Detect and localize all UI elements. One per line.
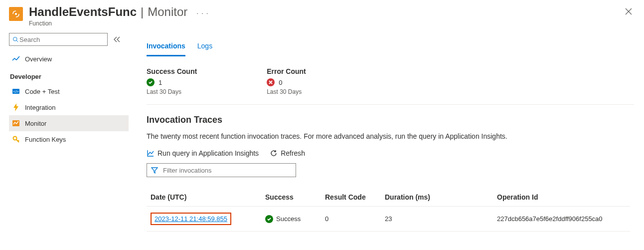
- success-check-icon: [265, 215, 273, 223]
- tab-bar: Invocations Logs: [147, 42, 634, 56]
- invocation-traces-table: Date (UTC) Success Result Code Duration …: [147, 188, 630, 232]
- table-row[interactable]: 2023-12-11 21:48:59.855 Success 0 23: [147, 207, 630, 232]
- refresh-label: Refresh: [281, 149, 305, 157]
- filter-input[interactable]: [162, 166, 292, 175]
- blade-title: Monitor: [148, 5, 187, 19]
- metric-error: Error Count 0 Last 30 Days: [267, 67, 306, 95]
- col-success[interactable]: Success: [261, 188, 321, 207]
- sidebar-search-input[interactable]: [18, 35, 104, 44]
- refresh-icon: [270, 149, 278, 157]
- success-check-icon: [147, 78, 155, 86]
- sidebar-item-function-keys[interactable]: Function Keys: [9, 131, 129, 147]
- function-app-icon: [9, 7, 23, 21]
- invocation-traces-heading: Invocation Traces: [147, 115, 634, 125]
- tab-invocations[interactable]: Invocations: [147, 42, 185, 56]
- sidebar-item-label: Code + Test: [25, 88, 60, 95]
- col-date[interactable]: Date (UTC): [147, 188, 261, 207]
- tab-logs[interactable]: Logs: [197, 42, 212, 56]
- metric-subtext: Last 30 Days: [267, 88, 306, 95]
- filter-invocations[interactable]: [147, 163, 296, 177]
- metric-success: Success Count 1 Last 30 Days: [147, 67, 197, 95]
- code-icon: </>: [12, 87, 20, 95]
- sidebar-item-monitor[interactable]: Monitor: [9, 115, 129, 131]
- chart-icon: [147, 149, 155, 157]
- svg-text:</>: </>: [13, 89, 19, 94]
- sidebar-item-integration[interactable]: Integration: [9, 99, 129, 115]
- svg-point-0: [15, 13, 17, 15]
- sidebar-item-code-test[interactable]: </> Code + Test: [9, 83, 129, 99]
- more-actions-button[interactable]: · · ·: [196, 5, 208, 17]
- key-icon: [12, 135, 20, 143]
- refresh-button[interactable]: Refresh: [270, 149, 305, 157]
- lightning-icon: [12, 103, 20, 111]
- duration: 23: [381, 207, 493, 232]
- traces-toolbar: Run query in Application Insights Refres…: [147, 149, 634, 157]
- metrics-row: Success Count 1 Last 30 Days Error Count…: [147, 56, 634, 105]
- svg-point-1: [13, 37, 17, 41]
- title-separator: |: [141, 5, 144, 19]
- svg-line-2: [16, 40, 18, 42]
- invocation-date-link[interactable]: 2023-12-11 21:48:59.855: [155, 215, 227, 223]
- error-x-icon: [267, 78, 275, 86]
- resource-name: HandleEventsFunc: [29, 5, 137, 19]
- metric-title: Error Count: [267, 67, 306, 75]
- sidebar-item-label: Overview: [25, 55, 52, 63]
- metric-title: Success Count: [147, 67, 197, 75]
- svg-marker-5: [13, 103, 18, 111]
- monitor-icon: [12, 119, 20, 127]
- col-duration[interactable]: Duration (ms): [381, 188, 493, 207]
- invocation-traces-description: The twenty most recent function invocati…: [147, 132, 634, 140]
- main-content: Invocations Logs Success Count 1 Last 30…: [129, 31, 644, 242]
- sidebar-item-label: Integration: [25, 104, 55, 111]
- collapse-sidebar-button[interactable]: [114, 36, 121, 42]
- highlight-box: 2023-12-11 21:48:59.855: [151, 213, 231, 225]
- search-icon: [12, 36, 18, 43]
- run-query-label: Run query in Application Insights: [158, 149, 259, 157]
- metric-subtext: Last 30 Days: [147, 88, 197, 95]
- sidebar-section-developer: Developer: [9, 67, 129, 83]
- page-header: HandleEventsFunc | Monitor Function · · …: [0, 0, 644, 31]
- svg-line-9: [18, 140, 19, 141]
- close-button[interactable]: [622, 5, 635, 18]
- sidebar-item-overview[interactable]: Overview: [9, 51, 129, 67]
- header-title-block: HandleEventsFunc | Monitor Function: [29, 5, 187, 27]
- sidebar-item-label: Function Keys: [25, 136, 66, 143]
- sidebar-search[interactable]: [9, 33, 108, 46]
- run-query-button[interactable]: Run query in Application Insights: [147, 149, 259, 157]
- filter-icon: [151, 167, 158, 174]
- result-code: 0: [321, 207, 381, 232]
- metric-value: 1: [159, 79, 162, 86]
- metric-value: 0: [279, 79, 282, 86]
- col-opid[interactable]: Operation Id: [493, 188, 630, 207]
- success-label: Success: [276, 215, 301, 223]
- operation-id: 227dcb656a7e5f6e2fddff906f255ca0: [493, 207, 630, 232]
- resource-kind: Function: [29, 20, 187, 27]
- col-result[interactable]: Result Code: [321, 188, 381, 207]
- svg-marker-10: [152, 168, 158, 173]
- overview-icon: [12, 55, 20, 63]
- sidebar-item-label: Monitor: [25, 120, 46, 127]
- sidebar: Overview Developer </> Code + Test Integ…: [0, 31, 129, 242]
